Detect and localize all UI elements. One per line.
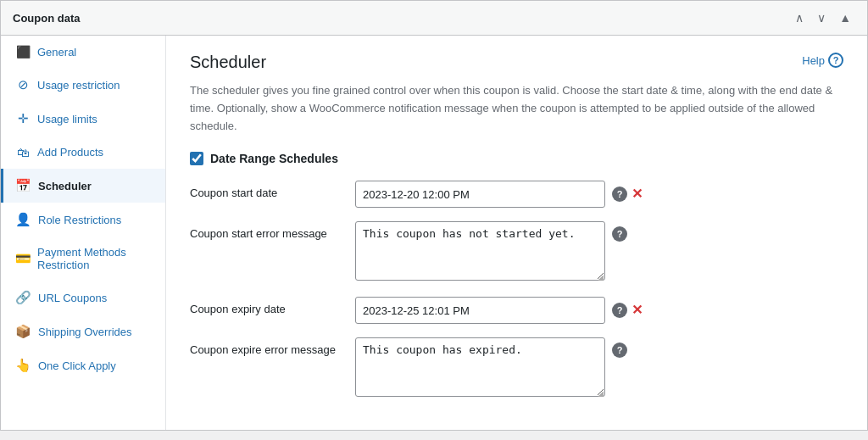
- coupon-expiry-date-input[interactable]: [355, 297, 605, 324]
- date-range-section: Date Range Schedules: [190, 152, 843, 165]
- usage-restriction-icon: ⊘: [15, 77, 31, 92]
- panel-title: Coupon data: [13, 12, 80, 25]
- coupon-expiry-date-field: ? ✕: [355, 297, 843, 324]
- coupon-expire-error-row: Coupon expire error message This coupon …: [190, 337, 843, 399]
- sidebar-item-label: Usage limits: [37, 113, 97, 125]
- panel-header: Coupon data ∧ ∨ ▲: [1, 1, 867, 36]
- date-range-checkbox[interactable]: [190, 152, 203, 165]
- coupon-expiry-date-label: Coupon expiry date: [190, 297, 355, 317]
- coupon-start-error-wrapper: This coupon has not started yet.: [355, 221, 605, 283]
- sidebar-item-label: Role Restrictions: [38, 214, 121, 226]
- coupon-start-error-icons: ?: [612, 221, 627, 242]
- sidebar-item-shipping-overrides[interactable]: 📦 Shipping Overrides: [1, 315, 165, 348]
- coupon-start-error-field: This coupon has not started yet. ?: [355, 221, 843, 283]
- sidebar-item-label: Scheduler: [38, 180, 92, 192]
- coupon-start-date-field: ? ✕: [355, 181, 843, 208]
- sidebar-item-label: Usage restriction: [37, 79, 120, 92]
- sidebar-item-label: Payment Methods Restriction: [37, 246, 153, 271]
- panel-body: ⬛ General ⊘ Usage restriction ✛ Usage li…: [1, 36, 867, 430]
- shipping-overrides-icon: 📦: [15, 324, 31, 339]
- one-click-apply-icon: 👆: [15, 358, 31, 373]
- sidebar-item-one-click-apply[interactable]: 👆 One Click Apply: [1, 348, 165, 382]
- scheduler-description: The scheduler gives you fine grained con…: [190, 82, 843, 135]
- content-header: Scheduler Help ?: [190, 53, 843, 72]
- coupon-expiry-date-row: Coupon expiry date ? ✕: [190, 297, 843, 324]
- collapse-up-button[interactable]: ∧: [791, 9, 808, 26]
- coupon-start-date-input[interactable]: [355, 181, 605, 208]
- page-title: Scheduler: [190, 53, 266, 72]
- coupon-start-error-info-icon[interactable]: ?: [612, 226, 627, 242]
- payment-methods-icon: 💳: [15, 251, 31, 266]
- sidebar: ⬛ General ⊘ Usage restriction ✛ Usage li…: [1, 36, 166, 430]
- help-icon: ?: [828, 53, 843, 68]
- coupon-start-error-label: Coupon start error message: [190, 221, 355, 242]
- coupon-start-error-row: Coupon start error message This coupon h…: [190, 221, 843, 283]
- sidebar-item-usage-limits[interactable]: ✛ Usage limits: [1, 102, 165, 136]
- sidebar-item-label: Add Products: [37, 146, 103, 159]
- sidebar-item-label: General: [37, 46, 76, 58]
- sidebar-item-general[interactable]: ⬛ General: [1, 36, 165, 68]
- sidebar-item-add-products[interactable]: 🛍 Add Products: [1, 136, 165, 169]
- coupon-start-date-icons: ? ✕: [612, 181, 643, 202]
- coupon-start-date-delete-icon[interactable]: ✕: [632, 186, 643, 202]
- coupon-expire-error-wrapper: This coupon has expired.: [355, 337, 605, 399]
- date-range-heading: Date Range Schedules: [210, 152, 338, 165]
- coupon-expire-error-label: Coupon expire error message: [190, 337, 355, 358]
- coupon-expiry-date-info-icon[interactable]: ?: [612, 303, 627, 318]
- add-products-icon: 🛍: [15, 145, 31, 159]
- coupon-expire-error-field: This coupon has expired. ?: [355, 337, 843, 399]
- sidebar-item-scheduler[interactable]: 📅 Scheduler: [1, 169, 165, 203]
- main-content: Scheduler Help ? The scheduler gives you…: [166, 36, 867, 430]
- coupon-expire-error-info-icon[interactable]: ?: [612, 343, 627, 358]
- coupon-start-date-info-icon[interactable]: ?: [612, 187, 627, 202]
- panel-controls: ∧ ∨ ▲: [791, 9, 855, 26]
- coupon-expire-error-icons: ?: [612, 337, 627, 358]
- expand-button[interactable]: ▲: [835, 9, 855, 26]
- general-icon: ⬛: [15, 45, 31, 58]
- sidebar-item-label: URL Coupons: [38, 292, 107, 304]
- sidebar-item-usage-restriction[interactable]: ⊘ Usage restriction: [1, 68, 165, 102]
- coupon-expiry-date-delete-icon[interactable]: ✕: [632, 302, 643, 318]
- coupon-start-error-input[interactable]: This coupon has not started yet.: [355, 221, 605, 281]
- coupon-start-date-label: Coupon start date: [190, 181, 355, 201]
- sidebar-item-label: Shipping Overrides: [38, 326, 132, 338]
- collapse-down-button[interactable]: ∨: [813, 9, 830, 26]
- help-label: Help: [802, 54, 825, 67]
- url-coupons-icon: 🔗: [15, 290, 31, 305]
- sidebar-item-label: One Click Apply: [38, 359, 116, 372]
- role-restrictions-icon: 👤: [15, 212, 31, 227]
- sidebar-item-url-coupons[interactable]: 🔗 URL Coupons: [1, 281, 165, 315]
- scheduler-icon: 📅: [15, 178, 31, 193]
- coupon-expire-error-input[interactable]: This coupon has expired.: [355, 337, 605, 397]
- coupon-expiry-date-icons: ? ✕: [612, 297, 643, 318]
- coupon-start-date-row: Coupon start date ? ✕: [190, 181, 843, 208]
- sidebar-item-role-restrictions[interactable]: 👤 Role Restrictions: [1, 203, 165, 237]
- help-button[interactable]: Help ?: [802, 53, 843, 68]
- coupon-panel: Coupon data ∧ ∨ ▲ ⬛ General ⊘ Usage rest…: [0, 0, 868, 431]
- sidebar-item-payment-methods[interactable]: 💳 Payment Methods Restriction: [1, 237, 165, 281]
- usage-limits-icon: ✛: [15, 111, 31, 126]
